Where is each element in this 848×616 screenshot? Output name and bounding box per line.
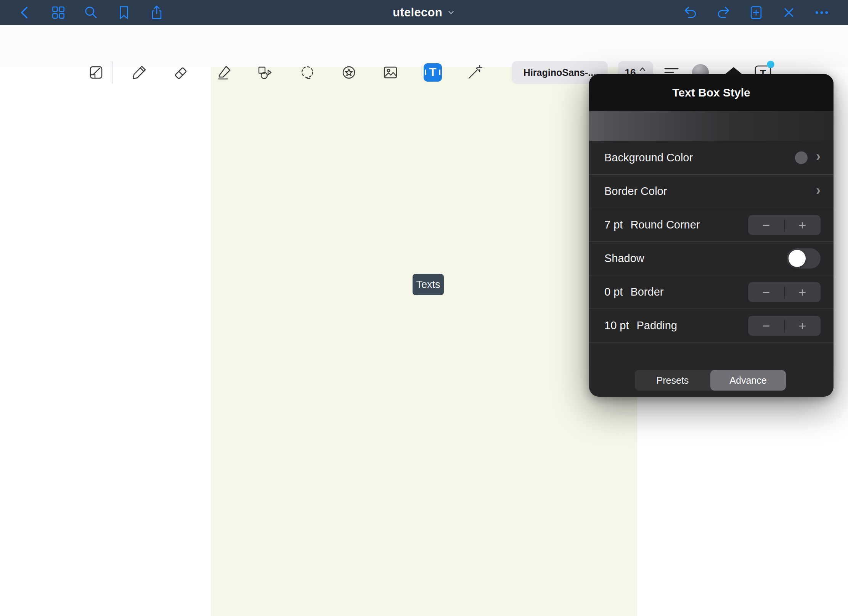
padding-plus-button[interactable]: + (784, 316, 821, 336)
round-corner-plus-button[interactable]: + (784, 215, 821, 235)
popup-title: Text Box Style (672, 86, 750, 99)
border-width-minus-button[interactable]: − (748, 282, 784, 302)
background-color-chevron-icon: › (816, 150, 821, 163)
background-color-swatch (795, 151, 808, 164)
eraser-tool-icon[interactable] (172, 63, 190, 82)
canvas-textbox[interactable]: Texts (413, 274, 444, 295)
text-tool-handle-right (439, 69, 440, 75)
stepper-divider (784, 286, 785, 299)
segment-presets[interactable]: Presets (635, 370, 710, 391)
shadow-label: Shadow (604, 252, 644, 265)
thumbnails-grid-icon[interactable] (50, 4, 67, 21)
document-title[interactable]: utelecon (393, 6, 442, 19)
segment-advance[interactable]: Advance (710, 370, 786, 391)
undo-icon[interactable] (682, 4, 699, 21)
note-page[interactable] (211, 67, 637, 616)
app-root: utelecon (0, 0, 848, 616)
shapes-tool-icon[interactable] (256, 63, 274, 82)
popup-header: Text Box Style (589, 74, 834, 111)
textbox-style-popup: Text Box Style Background Color › Border… (589, 74, 834, 397)
page-panel-tool-icon[interactable] (87, 63, 105, 82)
more-options-icon[interactable] (813, 4, 830, 21)
search-icon[interactable] (83, 4, 100, 21)
round-corner-stepper: − + (748, 215, 821, 235)
round-corner-minus-button[interactable]: − (748, 215, 784, 235)
highlighter-tool-icon[interactable] (215, 63, 233, 82)
title-chevron-down-icon[interactable] (447, 8, 455, 17)
photo-tool-icon[interactable] (381, 63, 400, 82)
laser-pointer-tool-icon[interactable] (466, 63, 484, 82)
round-corner-label: Round Corner (630, 219, 700, 231)
text-tool-icon[interactable]: T (424, 63, 442, 82)
lasso-tool-icon[interactable] (298, 63, 316, 82)
shadow-toggle[interactable] (787, 248, 821, 269)
popup-preview-band (589, 111, 834, 141)
row-padding: 10 pt Padding − + (589, 309, 834, 342)
back-icon[interactable] (17, 4, 34, 21)
border-width-label: Border (630, 286, 663, 298)
shadow-toggle-knob (789, 250, 806, 267)
bookmark-icon[interactable] (116, 4, 132, 21)
nav-right-group (674, 4, 848, 21)
round-corner-value: 7 pt (604, 219, 623, 231)
padding-stepper: − + (748, 316, 821, 336)
border-width-stepper: − + (748, 282, 821, 302)
add-page-icon[interactable] (748, 4, 764, 21)
border-color-label: Border Color (604, 185, 667, 198)
stepper-divider (784, 319, 785, 332)
padding-value: 10 pt (604, 319, 629, 332)
popup-rows: Background Color › Border Color › 7 pt R… (589, 141, 834, 343)
row-shadow: Shadow (589, 241, 834, 275)
row-border-color[interactable]: Border Color › (589, 174, 834, 208)
close-icon[interactable] (781, 4, 797, 21)
popup-arrow (725, 67, 742, 74)
popup-segmented-control: Presets Advance (635, 370, 786, 391)
share-icon[interactable] (148, 4, 165, 21)
text-tool-handle-left (425, 69, 426, 75)
border-width-value: 0 pt (604, 286, 623, 298)
textbox-style-active-badge (767, 61, 774, 68)
row-background-color[interactable]: Background Color › (589, 141, 834, 174)
border-width-plus-button[interactable]: + (784, 282, 821, 302)
nav-left-group (0, 4, 173, 21)
padding-label: Padding (637, 319, 677, 332)
background-color-label: Background Color (604, 151, 693, 164)
toolbar-separator (112, 61, 113, 84)
redo-icon[interactable] (715, 4, 732, 21)
font-name-label: HiraginoSans-... (524, 67, 596, 78)
stepper-divider (784, 219, 785, 232)
stamp-tool-icon[interactable] (340, 63, 358, 82)
padding-minus-button[interactable]: − (748, 316, 784, 336)
canvas-textbox-text: Texts (416, 279, 440, 291)
row-border-width: 0 pt Border − + (589, 275, 834, 309)
tool-bar: T HiraginoSans-... 16 T (0, 25, 848, 67)
border-color-chevron-icon: › (816, 183, 821, 197)
text-tool-glyph: T (429, 66, 437, 79)
row-round-corner: 7 pt Round Corner − + (589, 208, 834, 241)
top-nav-bar: utelecon (0, 0, 848, 25)
pen-tool-icon[interactable] (130, 63, 148, 82)
